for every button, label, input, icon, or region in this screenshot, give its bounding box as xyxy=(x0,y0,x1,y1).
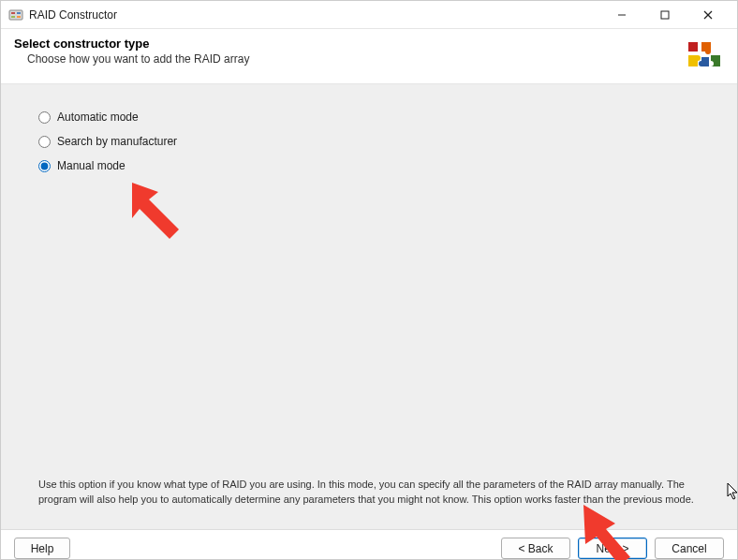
svg-rect-1 xyxy=(11,12,15,14)
svg-rect-2 xyxy=(17,12,21,14)
wizard-body: Automatic mode Search by manufacturer Ma… xyxy=(1,84,737,529)
app-icon xyxy=(8,7,23,22)
help-button[interactable]: Help xyxy=(14,538,70,559)
next-button[interactable]: Next > xyxy=(578,538,647,559)
window-title: RAID Constructor xyxy=(29,8,600,22)
svg-rect-3 xyxy=(11,16,15,18)
radio-manufacturer-label: Search by manufacturer xyxy=(57,135,177,148)
wizard-header: Select constructor type Choose how you w… xyxy=(1,29,737,84)
svg-rect-0 xyxy=(9,10,22,20)
page-subtitle: Choose how you want to add the RAID arra… xyxy=(14,52,683,66)
constructor-type-options: Automatic mode Search by manufacturer Ma… xyxy=(38,111,700,172)
back-button[interactable]: < Back xyxy=(501,538,570,559)
wizard-footer: Help < Back Next > Cancel xyxy=(1,529,737,559)
mouse-cursor-icon xyxy=(727,482,738,504)
radio-automatic-mode[interactable]: Automatic mode xyxy=(38,111,700,124)
wizard-window: RAID Constructor Select constructor type… xyxy=(0,0,738,560)
radio-manual-mode[interactable]: Manual mode xyxy=(38,159,700,172)
radio-manual-input[interactable] xyxy=(38,160,51,172)
wizard-header-text: Select constructor type Choose how you w… xyxy=(14,37,683,66)
radio-search-by-manufacturer[interactable]: Search by manufacturer xyxy=(38,135,700,148)
radio-manufacturer-input[interactable] xyxy=(38,136,51,148)
close-button[interactable] xyxy=(686,2,730,28)
radio-manual-label: Manual mode xyxy=(57,159,125,172)
option-hint-text: Use this option if you know what type of… xyxy=(38,468,700,520)
svg-rect-4 xyxy=(17,16,21,18)
radio-automatic-input[interactable] xyxy=(38,111,51,124)
radio-automatic-label: Automatic mode xyxy=(57,111,139,124)
titlebar: RAID Constructor xyxy=(1,1,737,29)
page-title: Select constructor type xyxy=(14,37,683,51)
minimize-button[interactable] xyxy=(600,2,643,28)
svg-marker-11 xyxy=(728,483,737,499)
svg-rect-6 xyxy=(661,11,669,19)
maximize-button[interactable] xyxy=(643,2,686,28)
puzzle-icon xyxy=(683,37,724,74)
cancel-button[interactable]: Cancel xyxy=(655,538,724,559)
